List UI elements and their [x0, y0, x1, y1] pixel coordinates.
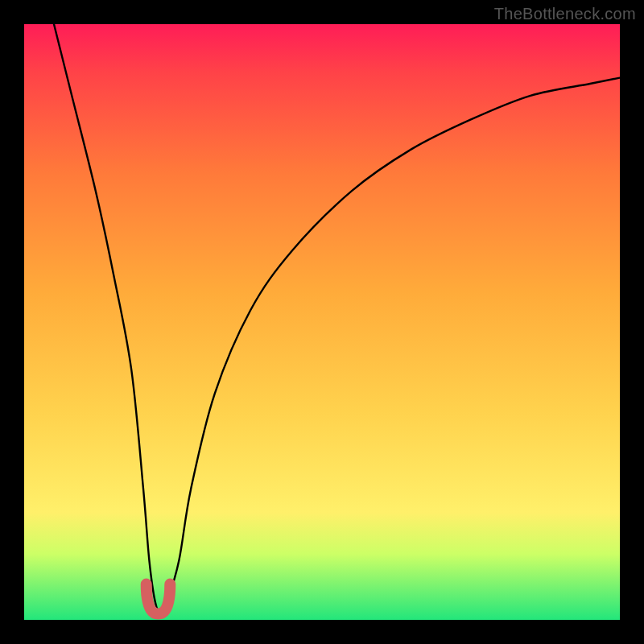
minimum-marker: [147, 584, 171, 614]
curve-path: [54, 24, 620, 614]
chart-frame: TheBottleneck.com: [0, 0, 644, 644]
chart-plot-area: [24, 24, 620, 620]
watermark-text: TheBottleneck.com: [494, 5, 636, 23]
bottleneck-curve: [24, 24, 620, 620]
